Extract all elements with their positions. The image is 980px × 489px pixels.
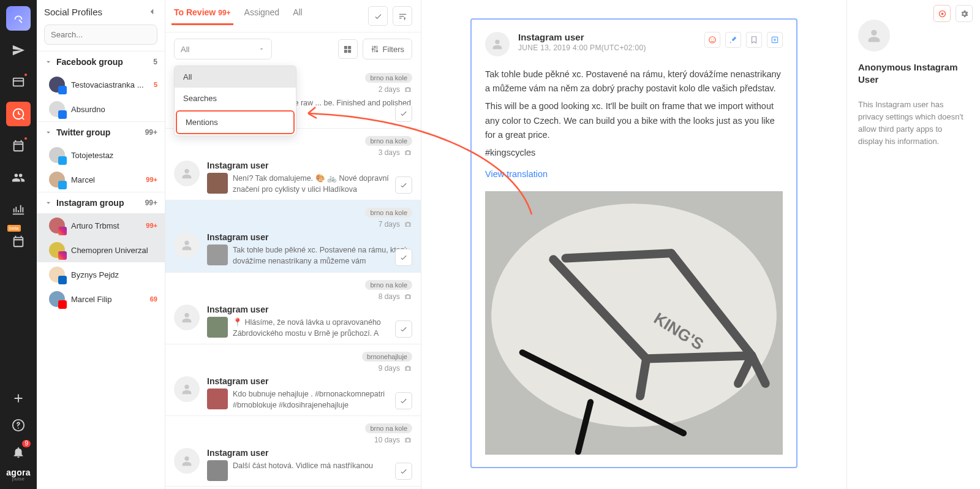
item-snippet: Kdo bubnuje nehajluje . #brnonackomnepat… <box>233 389 412 411</box>
action-tag[interactable] <box>725 32 741 48</box>
app-logo[interactable] <box>6 6 31 31</box>
action-bookmark[interactable] <box>746 32 762 48</box>
view-translation-link[interactable]: View translation <box>485 167 548 181</box>
profile-item[interactable]: Totojetestaz <box>37 143 165 167</box>
inbox-item[interactable]: brno na kole 10 days Instagram user Dalš… <box>165 416 421 487</box>
brand-label: agorapulse <box>6 468 31 482</box>
item-user-name: Instagram user <box>207 232 412 242</box>
action-assign[interactable] <box>767 32 783 48</box>
inbox-column: To Review99+ Assigned All All Filters Al… <box>165 0 421 489</box>
view-toggle-button[interactable] <box>338 39 358 59</box>
profiles-title: Social Profiles <box>44 7 102 17</box>
item-user-name: Instagram user <box>207 376 412 386</box>
nav-reports[interactable] <box>6 197 31 222</box>
detail-hashtag[interactable]: #kingscycles <box>485 146 783 160</box>
item-tag: brnonehajluje <box>362 352 412 362</box>
inbox-item[interactable]: brno na kole 7 days Instagram user Tak t… <box>165 200 421 272</box>
detail-paragraph: Tak tohle bude pěkné xc. Postavené na rá… <box>485 67 783 96</box>
profile-item[interactable]: Marcel Filip69 <box>37 287 165 311</box>
nav-notifications[interactable]: 9 <box>7 441 29 463</box>
tab-assigned[interactable]: Assigned <box>244 7 280 25</box>
detail-card: Instagram user JUNE 13, 2019 4:00 PM(UTC… <box>470 18 797 468</box>
item-age: 3 days <box>379 148 400 157</box>
item-thumbnail <box>207 460 228 481</box>
camera-icon <box>404 148 412 157</box>
svg-point-6 <box>491 204 777 428</box>
item-tag: brno na kole <box>365 280 412 290</box>
type-dropdown[interactable]: All <box>174 39 272 59</box>
svg-point-1 <box>709 37 716 44</box>
action-emoji[interactable] <box>704 32 720 48</box>
profiles-column: Social Profiles Facebook group 5 Testova… <box>37 0 165 489</box>
profile-item[interactable]: Chemopren Univerzal <box>37 238 165 262</box>
item-snippet: Tak tohle bude pěkné xc. Postavené na rá… <box>233 245 412 267</box>
camera-icon <box>404 436 412 444</box>
camera-icon <box>404 220 412 229</box>
inbox-item[interactable]: brno na kole 3 days Instagram user Není?… <box>165 129 421 200</box>
inbox-tabs: To Review99+ Assigned All <box>165 0 421 32</box>
nav-rail: beta 9 agorapulse <box>0 0 37 489</box>
nav-add[interactable] <box>7 387 29 409</box>
item-thumbnail <box>207 173 228 194</box>
nav-users[interactable] <box>6 165 31 190</box>
profile-group-header[interactable]: Facebook group 5 <box>37 51 165 72</box>
profile-item[interactable]: Absurdno <box>37 97 165 121</box>
profile-item[interactable]: Arturo Trbmst99+ <box>37 213 165 238</box>
user-panel-name: Anonymous Instagram User <box>858 61 969 86</box>
nav-listening[interactable] <box>6 102 31 126</box>
item-age: 2 days <box>379 85 400 94</box>
item-review-checkbox[interactable] <box>395 463 412 480</box>
item-thumbnail <box>207 389 228 409</box>
user-panel: Anonymous Instagram User This Instagram … <box>846 0 980 489</box>
tab-all[interactable]: All <box>293 7 303 25</box>
profile-item[interactable]: Marcel99+ <box>37 167 165 192</box>
inbox-item[interactable]: brnonehajluje 9 days Instagram user Kdo … <box>165 344 421 416</box>
item-avatar <box>174 305 200 330</box>
detail-column: Instagram user JUNE 13, 2019 4:00 PM(UTC… <box>421 0 846 489</box>
user-panel-avatar <box>858 20 890 51</box>
camera-icon <box>404 364 412 373</box>
profile-group-header[interactable]: Instagram group 99+ <box>37 192 165 213</box>
profiles-search-input[interactable] <box>44 25 157 45</box>
nav-inbox[interactable] <box>6 70 31 94</box>
profile-item[interactable]: Testovaciastranka ...5 <box>37 72 165 97</box>
item-age: 10 days <box>374 436 400 444</box>
nav-calendar[interactable] <box>6 134 31 158</box>
camera-icon <box>404 292 412 301</box>
type-dropdown-menu: All Searches Mentions <box>174 66 296 136</box>
item-review-checkbox[interactable] <box>395 320 412 338</box>
nav-publish[interactable] <box>6 38 31 63</box>
user-panel-note: This Instagram user has privacy settings… <box>858 99 969 148</box>
dropdown-option-mentions[interactable]: Mentions <box>176 110 295 134</box>
svg-point-9 <box>941 12 943 15</box>
item-review-checkbox[interactable] <box>395 176 412 194</box>
item-review-checkbox[interactable] <box>395 249 412 266</box>
profile-group-header[interactable]: Twitter group 99+ <box>37 122 165 143</box>
detail-avatar <box>485 32 510 56</box>
item-age: 8 days <box>379 292 400 301</box>
sort-button[interactable] <box>393 6 412 26</box>
dropdown-option-all[interactable]: All <box>175 66 296 88</box>
item-avatar <box>174 376 200 402</box>
item-age: 9 days <box>379 364 400 373</box>
item-snippet: Není? Tak domalujeme. 🎨 🚲 Nové dopravní … <box>233 173 412 195</box>
item-review-checkbox[interactable] <box>395 105 412 122</box>
item-user-name: Instagram user <box>207 161 412 170</box>
dropdown-option-searches[interactable]: Searches <box>175 88 296 109</box>
nav-calendar-beta[interactable]: beta <box>6 229 31 254</box>
mark-all-reviewed-button[interactable] <box>368 6 388 26</box>
item-review-checkbox[interactable] <box>395 392 412 409</box>
tab-to-review[interactable]: To Review99+ <box>174 7 231 25</box>
item-age: 7 days <box>379 220 400 229</box>
camera-icon <box>404 85 412 94</box>
item-tag: brno na kole <box>365 73 412 83</box>
nav-help[interactable] <box>7 414 29 436</box>
top-settings-icon[interactable] <box>956 5 973 22</box>
inbox-item[interactable]: brno na kole 8 days Instagram user 📍 Hlá… <box>165 273 421 344</box>
collapse-profiles-icon[interactable] <box>146 6 157 17</box>
top-target-icon[interactable] <box>933 5 951 22</box>
svg-point-2 <box>711 39 712 39</box>
item-avatar <box>174 448 200 474</box>
filters-button[interactable]: Filters <box>363 39 412 59</box>
profile-item[interactable]: Byznys Pejdz <box>37 262 165 287</box>
